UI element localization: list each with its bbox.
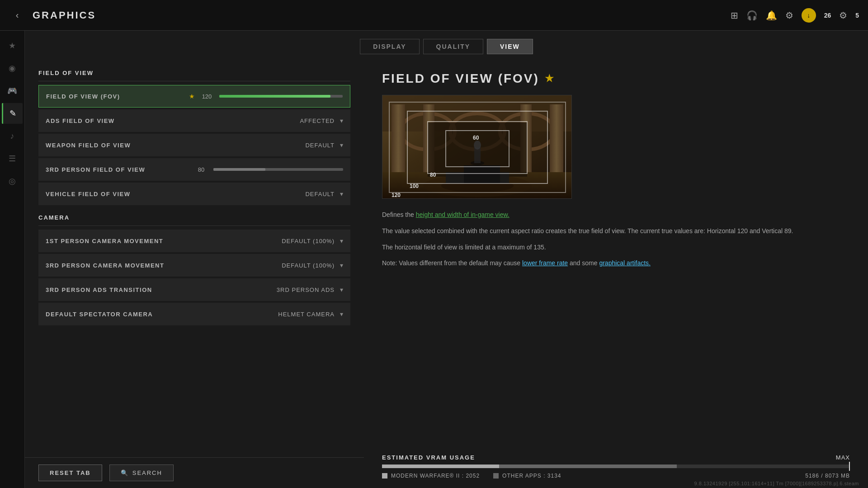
fov-slider-track[interactable] (219, 95, 343, 98)
3rd-person-cam-value: DEFAULT (100%) (282, 262, 335, 269)
panel-title-star: ★ (545, 73, 555, 84)
description-3: The horizontal field of view is limited … (382, 242, 850, 253)
3rd-fov-slider-section[interactable]: 80 (194, 166, 343, 173)
version-bar: 9.8.13241929 [255.101:1614+11] Tm [7000]… (364, 479, 868, 488)
download-badge[interactable]: ↓ (802, 8, 816, 23)
3rd-person-fov-row[interactable]: 3RD PERSON FIELD OF VIEW 80 (38, 158, 350, 181)
ads-fov-arrow: ▾ (340, 117, 343, 124)
vram-max-label: MAX (836, 454, 850, 461)
fov-preview: 120 100 80 60 (382, 95, 572, 199)
download-icon: ↓ (807, 12, 810, 19)
version-text: 9.8.13241929 [255.101:1614+11] Tm [7000]… (694, 481, 859, 486)
vram-legend: MODERN WARFARE® II : 2052 OTHER APPS : 3… (382, 473, 850, 479)
1st-person-cam-label: 1ST PERSON CAMERA MOVEMENT (46, 238, 282, 244)
reset-tab-button[interactable]: RESET TAB (38, 465, 102, 481)
vram-section: ESTIMATED VRAM USAGE MAX MODERN WARFARE®… (382, 445, 850, 479)
tab-display[interactable]: DISPLAY (360, 39, 419, 54)
graphics-icon: ✎ (9, 108, 16, 118)
description-2: The value selected combined with the cur… (382, 226, 850, 237)
gamepad-icon: 🎮 (7, 86, 17, 96)
panel-title-text: FIELD OF VIEW (FOV) (382, 71, 539, 86)
friends-count: 5 (855, 12, 859, 19)
page-title: GRAPHICS (33, 9, 96, 21)
star-icon: ★ (9, 41, 16, 51)
search-button[interactable]: 🔍 SEARCH (109, 465, 174, 481)
vehicle-fov-row[interactable]: VEHICLE FIELD OF VIEW DEFAULT ▾ (38, 183, 350, 205)
sidebar-item-list[interactable]: ☰ (2, 148, 23, 169)
3rd-fov-track[interactable] (213, 168, 343, 171)
weapon-fov-row[interactable]: WEAPON FIELD OF VIEW DEFAULT ▾ (38, 134, 350, 156)
audio-icon: ♪ (10, 131, 14, 141)
svg-text:60: 60 (473, 135, 479, 141)
vram-title: ESTIMATED VRAM USAGE (382, 454, 475, 461)
mw-label: MODERN WARFARE® II : 2052 (391, 473, 480, 479)
other-label: OTHER APPS : 3134 (502, 473, 561, 479)
spectator-cam-row[interactable]: DEFAULT SPECTATOR CAMERA HELMET CAMERA ▾ (38, 303, 350, 325)
desc-4-link1[interactable]: lower frame rate (522, 259, 568, 267)
camera-header: CAMERA (38, 207, 350, 226)
friends-icon[interactable]: ⚙ (839, 10, 847, 21)
content-area: FIELD OF VIEW FIELD OF VIEW (FOV) ★ 120 … (25, 62, 868, 488)
desc-highlight-1: height and width of in-game view. (416, 211, 509, 218)
back-button[interactable]: ‹ (9, 7, 25, 23)
3rd-person-ads-row[interactable]: 3RD PERSON ADS TRANSITION 3RD PERSON ADS… (38, 278, 350, 301)
download-count: 26 (824, 12, 831, 19)
sidebar-item-gamepad[interactable]: 🎮 (2, 80, 23, 101)
grid-icon[interactable]: ⊞ (731, 10, 738, 21)
1st-person-cam-row[interactable]: 1ST PERSON CAMERA MOVEMENT DEFAULT (100%… (38, 230, 350, 252)
desc-4-mid: and some (568, 259, 599, 267)
svg-text:80: 80 (430, 172, 436, 178)
weapon-fov-arrow: ▾ (340, 141, 343, 149)
desc-4-link2[interactable]: graphical artifacts. (599, 259, 651, 267)
back-icon: ‹ (16, 10, 19, 20)
tabs-bar: DISPLAY QUALITY VIEW (25, 31, 868, 62)
bottom-bar: RESET TAB 🔍 SEARCH (25, 457, 364, 488)
sidebar: ★ ◉ 🎮 ✎ ♪ ☰ ◎ (0, 31, 25, 488)
vram-legend-other: OTHER APPS : 3134 (493, 473, 561, 479)
tab-view[interactable]: VIEW (487, 39, 533, 54)
network-icon: ◎ (9, 176, 16, 186)
3rd-person-ads-label: 3RD PERSON ADS TRANSITION (46, 286, 277, 293)
vram-max-line (849, 462, 850, 471)
svg-text:100: 100 (410, 183, 419, 189)
sidebar-item-audio[interactable]: ♪ (2, 126, 23, 146)
headphones-icon[interactable]: 🎧 (746, 10, 758, 21)
ads-fov-value: AFFECTED (300, 117, 335, 124)
vehicle-fov-arrow: ▾ (340, 190, 343, 197)
vram-header: ESTIMATED VRAM USAGE MAX (382, 454, 850, 461)
vehicle-fov-value: DEFAULT (305, 191, 335, 197)
search-label: SEARCH (132, 469, 162, 476)
svg-rect-17 (464, 165, 500, 183)
spectator-cam-value: HELMET CAMERA (278, 311, 335, 318)
main-content: DISPLAY QUALITY VIEW FIELD OF VIEW FIELD… (25, 31, 868, 488)
ads-fov-row[interactable]: ADS FIELD OF VIEW AFFECTED ▾ (38, 109, 350, 132)
sidebar-item-star[interactable]: ★ (2, 35, 23, 56)
vram-total: 5186 / 8073 MB (805, 473, 850, 479)
3rd-person-cam-row[interactable]: 3RD PERSON CAMERA MOVEMENT DEFAULT (100%… (38, 254, 350, 277)
ads-fov-label: ADS FIELD OF VIEW (46, 117, 300, 124)
description-1: Defines the height and width of in-game … (382, 210, 850, 221)
svg-text:120: 120 (392, 192, 401, 198)
bell-icon[interactable]: 🔔 (766, 10, 777, 21)
3rd-person-cam-arrow: ▾ (340, 262, 343, 269)
fov-main-row[interactable]: FIELD OF VIEW (FOV) ★ 120 (38, 85, 350, 108)
field-of-view-header: FIELD OF VIEW (38, 62, 350, 81)
list-icon: ☰ (9, 154, 16, 164)
sidebar-item-network[interactable]: ◎ (2, 171, 23, 192)
sidebar-item-graphics[interactable]: ✎ (2, 103, 23, 124)
left-panel: FIELD OF VIEW FIELD OF VIEW (FOV) ★ 120 … (25, 62, 364, 488)
vram-bar (382, 465, 850, 468)
description-4: Note: Values different from the default … (382, 258, 850, 269)
fov-slider-fill (219, 95, 330, 98)
sidebar-item-controller[interactable]: ◉ (2, 58, 23, 79)
tab-quality[interactable]: QUALITY (423, 39, 483, 54)
fov-slider-section[interactable]: 120 (200, 93, 343, 100)
svg-point-15 (474, 141, 481, 150)
search-icon: 🔍 (121, 469, 129, 476)
gear-icon[interactable]: ⚙ (785, 10, 793, 21)
3rd-fov-fill (213, 168, 265, 171)
desc-4-prefix: Note: Values different from the default … (382, 259, 522, 267)
other-dot (493, 473, 499, 479)
3rd-person-ads-arrow: ▾ (340, 286, 343, 293)
1st-person-cam-arrow: ▾ (340, 237, 343, 244)
